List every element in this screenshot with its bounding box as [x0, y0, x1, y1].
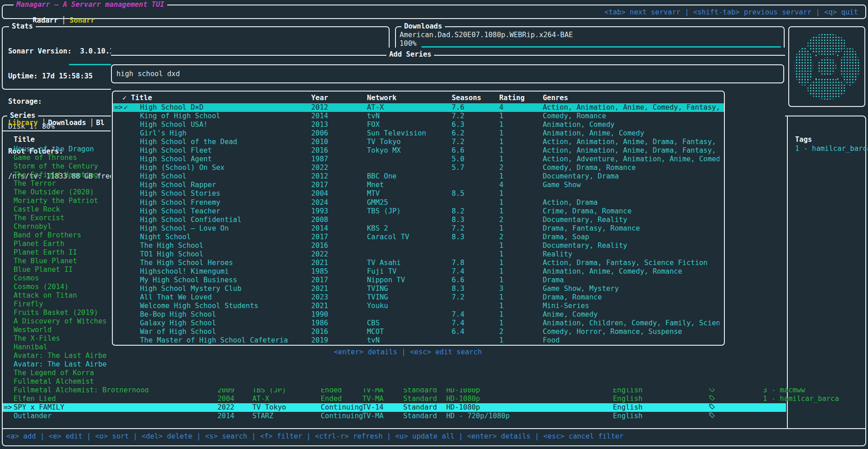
cell-title: High School Frenemy — [140, 198, 220, 207]
cell-status: Continuing — [321, 412, 363, 420]
search-result-row[interactable]: High School Confidential 2008 8.3 2 Docu… — [113, 216, 724, 224]
cell-year: 1990 — [311, 310, 328, 319]
search-result-row[interactable]: => ✓ High School D×D 2012 AT-X 7.6 4 Act… — [113, 103, 724, 112]
cell-year: 2012 — [311, 103, 328, 112]
cell-title: High School USA! — [140, 121, 207, 129]
cell-quality-profile: Standard — [403, 403, 437, 412]
search-result-row[interactable]: High School Frenemy 2024 GMM25 1 Action,… — [113, 198, 724, 207]
cell-language: English — [613, 395, 642, 403]
search-result-row[interactable]: Be-Bop High School 1990 7.4 1 Anime, Com… — [113, 310, 724, 319]
search-result-row[interactable]: High School Agent 1987 5.0 1 Action, Adv… — [113, 155, 724, 164]
search-result-row[interactable]: High School Mystery Club 2021 TVING 8.3 … — [113, 285, 724, 293]
search-result-row[interactable]: My High School Business 2017 Nippon TV 6… — [113, 276, 724, 285]
cell-title: Blue Planet II — [14, 266, 73, 274]
cell-rating: 1 — [499, 319, 503, 328]
app-title: Managarr — A Servarr management TUI — [14, 0, 167, 9]
cell-genres: Comedy, Drama, Romance — [543, 164, 719, 172]
search-result-row[interactable]: Welcome High School Students 2021 Youku … — [113, 302, 724, 310]
search-result-row[interactable]: High School Rapper 2017 Mnet 4 Game Show — [113, 181, 724, 189]
tab-blocklist[interactable]: Bl — [96, 119, 105, 127]
search-result-row[interactable]: TO1 High School 2022 1 Reality — [113, 250, 724, 259]
stats-title: Stats — [9, 22, 36, 30]
popup-title: Add Series — [386, 50, 434, 58]
cell-title: Moriarty the Patriot — [14, 197, 98, 205]
cell-title: The Blue Planet — [14, 257, 77, 266]
search-result-row[interactable]: Highschool! Kimengumi 1985 Fuji TV 7.4 1… — [113, 267, 724, 276]
search-result-row[interactable]: High School Fleet 2016 Tokyo MX 6.6 1 Ac… — [113, 146, 724, 155]
cell-year: 2004 — [311, 189, 328, 198]
search-result-row[interactable]: Galaxy High School 1986 CBS 7.4 1 Animat… — [113, 319, 724, 328]
search-result-row[interactable]: Girl's High 2006 Sun Television 6.2 1 An… — [113, 129, 724, 138]
search-result-row[interactable]: The High School 2016 1 Documentary, Real… — [113, 241, 724, 250]
library-row[interactable]: Outlander 2014 STARZ Continuing TV-MA St… — [3, 412, 786, 420]
cell-seasons: 7.8 — [452, 259, 464, 267]
search-result-row[interactable]: High School Stories 2004 MTV 8.5 1 — [113, 189, 724, 198]
cell-network: TV Tokyo — [252, 403, 286, 412]
cell-year: 2006 — [311, 129, 328, 138]
cell-rating: 1 — [499, 267, 503, 276]
cell-rating: 1 — [499, 138, 503, 146]
cell-title: The Outsider (2020) — [14, 188, 94, 197]
cell-seasons: 7.4 — [452, 267, 464, 276]
cell-seasons: 7.2 — [452, 138, 464, 146]
header-genres: Genres — [543, 94, 568, 102]
cell-certification: TV-14 — [362, 403, 384, 412]
cell-quality-profile: Standard — [403, 412, 437, 420]
search-result-row[interactable]: High (School) On Sex 2022 5.7 2 Comedy, … — [113, 164, 724, 172]
cell-rating: 1 — [499, 198, 503, 207]
cell-genres: Drama, Fantasy, Romance — [543, 224, 719, 233]
cell-genres: Documentary, Reality — [543, 241, 719, 250]
library-row[interactable]: => SPY x FAMILY 2022 TV Tokyo Continuing… — [3, 403, 786, 412]
tab-radarr[interactable]: Radarr — [33, 16, 58, 24]
cell-seasons: 8.3 — [452, 216, 464, 224]
search-result-row[interactable]: High School Teacher 1993 TBS (JP) 8.2 1 … — [113, 207, 724, 216]
cell-network: AT-X — [367, 103, 384, 112]
library-row[interactable]: Elfen Lied 2004 AT-X Ended TV-MA Standar… — [3, 395, 786, 403]
cell-title: High School Teacher — [140, 207, 220, 216]
cell-year: 2014 — [311, 224, 328, 233]
search-result-row[interactable]: High School 2012 BBC One 1 Documentary, … — [113, 172, 724, 181]
search-result-row[interactable]: High School of the Dead 2010 TV Tokyo 7.… — [113, 138, 724, 146]
search-result-row[interactable]: War of High School 2016 MCOT 6.4 2 Comed… — [113, 328, 724, 336]
search-result-row[interactable]: Night School 2017 Caracol TV 8.3 2 Drama… — [113, 233, 724, 241]
cell-quality: HD - 720p/1080p — [446, 412, 510, 420]
cell-year: 1986 — [311, 319, 328, 328]
cell-title: Planet Earth II — [14, 248, 77, 257]
popup-title-line — [111, 55, 785, 56]
cell-title: High School of the Dead — [140, 138, 237, 146]
tab-library[interactable]: Library — [8, 119, 38, 127]
tab-sonarr[interactable]: Sonarr — [69, 16, 95, 24]
cell-network: GMM25 — [367, 198, 388, 207]
cell-seasons: 6.4 — [452, 328, 464, 336]
search-result-row[interactable]: High School – Love On 2014 KBS 2 7.2 1 D… — [113, 224, 724, 233]
cell-genres: Animation, Children, Comedy, Family, Sci… — [543, 319, 719, 328]
search-result-row[interactable]: The High School Heroes 2021 TV Asahi 7.8… — [113, 259, 724, 267]
cell-network: STARZ — [252, 412, 274, 420]
cell-rating: 3 — [499, 285, 503, 293]
cell-title: High School — [140, 172, 187, 181]
search-result-row[interactable]: All That We Loved 2023 TVING 7.2 1 Drama… — [113, 293, 724, 302]
cell-network: tvN — [367, 112, 380, 121]
cell-network: TVING — [367, 285, 388, 293]
search-result-row[interactable]: King of High School 2014 tvN 7.2 1 Comed… — [113, 112, 724, 121]
tab-separator: │ — [58, 16, 69, 24]
header-rating: Rating — [499, 94, 525, 102]
cell-seasons: 8.2 — [452, 207, 464, 216]
cell-genres: Action, Adventure, Animation, Anime, Com… — [543, 155, 719, 164]
cell-title: TO1 High School — [140, 250, 203, 259]
search-results-table: ✓ Title Year Network Seasons Rating Genr… — [112, 91, 725, 346]
search-result-row[interactable]: The Master of High School Cafeteria 2019… — [113, 336, 724, 345]
search-result-row[interactable]: High School USA! 2013 FOX 6.3 1 Animatio… — [113, 121, 724, 129]
cell-rating: 2 — [499, 233, 503, 241]
cell-rating: 2 — [499, 216, 503, 224]
cell-status: Ended — [321, 395, 342, 403]
cell-title: All That We Loved — [140, 293, 212, 302]
cell-title: The High School Heroes — [140, 259, 233, 267]
cell-seasons: 6.6 — [452, 276, 464, 285]
series-search-input[interactable]: high school dxd — [111, 64, 784, 83]
tab-downloads[interactable]: Downloads — [48, 119, 86, 127]
cell-network: MTV — [367, 189, 380, 198]
cell-genres: Game Show — [543, 181, 719, 189]
cell-year: 2008 — [311, 216, 328, 224]
cell-quality: HD-1080p — [446, 403, 480, 412]
